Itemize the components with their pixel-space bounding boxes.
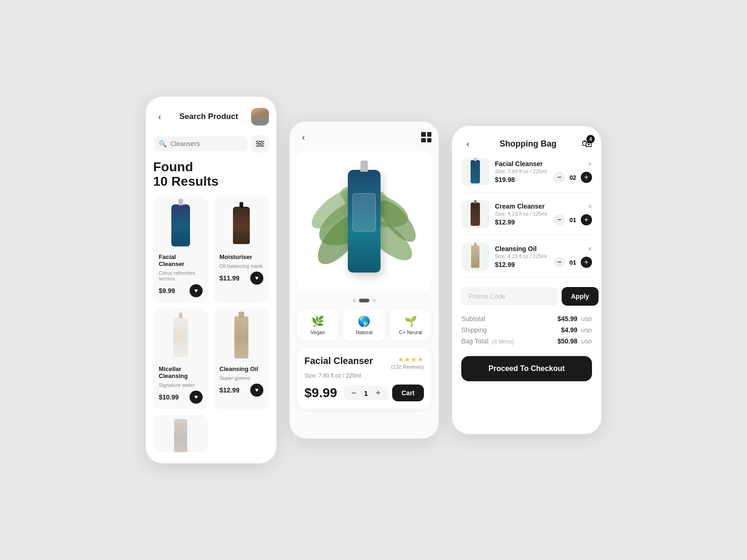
bag-item: Cream Cleanser Size: 4.23 fl oz / 125ml … — [461, 200, 592, 235]
carousel-dot[interactable] — [352, 299, 356, 302]
qty-decrease-button[interactable]: − — [554, 172, 565, 183]
product-name: Micellar Cleansing — [159, 365, 203, 379]
bag-total-row: Bag Total (4 items) $50.98 USD — [461, 337, 592, 345]
product-info-top: Facial Cleanser ★★★★ (132 Reviews) — [304, 356, 424, 370]
bag-total-value: $50.98 USD — [557, 337, 592, 345]
search-icon: 🔍 — [159, 140, 167, 147]
bag-badge: 4 — [586, 135, 595, 143]
checkout-button[interactable]: Proceed To Checkout — [461, 356, 592, 381]
stars-block: ★★★★ (132 Reviews) — [391, 356, 424, 370]
back-button[interactable]: ‹ — [461, 137, 474, 150]
avatar[interactable] — [251, 108, 269, 126]
bag-item-price: $12.99 — [495, 218, 548, 226]
product-desc: Signature water — [159, 382, 203, 388]
wishlist-button[interactable]: ♥ — [190, 284, 203, 297]
product-card[interactable]: Micellar Cleansing Signature water $10.9… — [153, 308, 208, 409]
filter-icon — [256, 140, 264, 147]
bag-item: Cleansing Oil Size: 4.23 fl oz / 125ml $… — [461, 243, 592, 278]
product-card[interactable]: Moisturiser Oil balancing mask $11.99 ♥ — [214, 196, 269, 303]
bag-item-size: Size: 7.60 fl oz / 225ml — [495, 168, 548, 174]
bag-item-image — [461, 243, 489, 271]
back-button[interactable]: ‹ — [153, 110, 166, 123]
page-title: Search Product — [179, 112, 238, 121]
wishlist-button[interactable]: ♥ — [190, 391, 203, 404]
avatar-image — [251, 108, 269, 126]
product-name: Moisturiser — [219, 253, 263, 260]
wishlist-button[interactable]: ♥ — [250, 384, 263, 397]
bag-item-price: $12.99 — [495, 261, 548, 268]
qty-decrease-button[interactable]: − — [349, 388, 359, 398]
bag-item-size: Size: 4.23 fl oz / 125ml — [495, 211, 548, 217]
product-image — [159, 314, 203, 361]
qty-increase-button[interactable]: + — [581, 214, 592, 225]
price-cart-row: $9.99 − 1 + Cart — [304, 385, 424, 401]
wishlist-button[interactable]: ♥ — [250, 272, 263, 285]
search-box[interactable]: 🔍 — [153, 136, 247, 151]
product-card[interactable]: Facial Cleanser Citrus refreshes senses … — [153, 196, 208, 303]
product-info-card: Facial Cleanser ★★★★ (132 Reviews) Size:… — [297, 348, 431, 409]
natural-icon: 🌎 — [358, 315, 370, 328]
badges-row: 🌿 Vegan 🌎 Natural 🌱 C+ Neural — [297, 310, 431, 341]
product-desc: Citrus refreshes senses — [159, 270, 203, 281]
promo-row: Apply — [461, 287, 592, 306]
qty-increase-button[interactable]: + — [581, 257, 592, 268]
promo-input[interactable] — [461, 287, 558, 306]
qty-value: 01 — [569, 217, 577, 224]
shipping-row: Shipping $4.99 USD — [461, 326, 592, 334]
totals-section: Subtotal $45.99 USD Shipping $4.99 USD B… — [461, 315, 592, 345]
product-name: Facial Cleanser — [159, 253, 203, 267]
product-image — [159, 202, 203, 249]
remove-item-button[interactable]: × — [588, 245, 592, 253]
qty-increase-button[interactable]: + — [374, 388, 383, 398]
product-card[interactable] — [153, 415, 208, 452]
svg-point-5 — [258, 145, 261, 147]
filter-button[interactable] — [251, 135, 269, 153]
search-header: ‹ Search Product — [153, 108, 269, 126]
bag-total-label: Bag Total (4 items) — [461, 337, 514, 345]
carousel-dot[interactable] — [372, 299, 376, 302]
product-card[interactable]: Cleansing Oil Super greens $12.99 ♥ — [214, 308, 269, 409]
bag-item-details: Cleansing Oil Size: 4.23 fl oz / 125ml $… — [495, 245, 548, 268]
bag-item-controls: × − 02 + — [554, 161, 592, 183]
qty-increase-button[interactable]: + — [581, 172, 592, 183]
qty-decrease-button[interactable]: − — [554, 257, 565, 268]
qty-decrease-button[interactable]: − — [554, 214, 565, 225]
bag-icon-wrap[interactable]: 🛍 4 — [582, 138, 592, 150]
carousel-dots — [297, 299, 431, 302]
product-hero — [297, 151, 431, 291]
product-price: $9.99 — [304, 385, 337, 400]
bag-header: ‹ Shopping Bag 🛍 4 — [461, 137, 592, 150]
remove-item-button[interactable]: × — [588, 161, 592, 168]
quantity-control: − 1 + — [344, 385, 388, 400]
product-price-row: $12.99 ♥ — [219, 384, 263, 397]
product-size: Size: 7.60 fl oz / 225ml — [304, 372, 424, 379]
product-price: $10.99 — [159, 393, 179, 401]
product-desc: Oil balancing mask — [219, 263, 263, 269]
qty-value: 1 — [362, 389, 370, 397]
screens-container: ‹ Search Product 🔍 — [146, 97, 601, 463]
shipping-label: Shipping — [461, 326, 487, 334]
bag-bottle-brown — [471, 203, 480, 226]
add-to-cart-button[interactable]: Cart — [392, 385, 424, 401]
qty-cart-group: − 1 + Cart — [344, 385, 424, 401]
bag-item-controls: × − 01 + — [554, 245, 592, 268]
bag-item-size: Size: 4.23 fl oz / 125ml — [495, 253, 548, 259]
product-name-large: Facial Cleanser — [304, 356, 373, 366]
search-row: 🔍 — [153, 135, 269, 153]
search-input[interactable] — [170, 140, 242, 147]
qty-value: 02 — [569, 174, 577, 181]
back-button[interactable]: ‹ — [297, 131, 310, 144]
remove-item-button[interactable]: × — [588, 203, 592, 210]
stars: ★★★★ — [398, 356, 424, 363]
product-image — [219, 314, 263, 361]
badge-label: C+ Neural — [399, 329, 422, 335]
grid-view-icon[interactable] — [421, 132, 431, 142]
products-grid: Facial Cleanser Citrus refreshes senses … — [153, 196, 269, 452]
bag-item: Facial Cleanser Size: 7.60 fl oz / 225ml… — [461, 158, 592, 193]
carousel-dot-active[interactable] — [359, 299, 369, 302]
detail-header: ‹ — [297, 131, 431, 144]
apply-promo-button[interactable]: Apply — [562, 287, 599, 306]
badge-label: Vegan — [310, 329, 325, 335]
product-image — [219, 202, 263, 249]
product-name: Cleansing Oil — [219, 365, 263, 372]
